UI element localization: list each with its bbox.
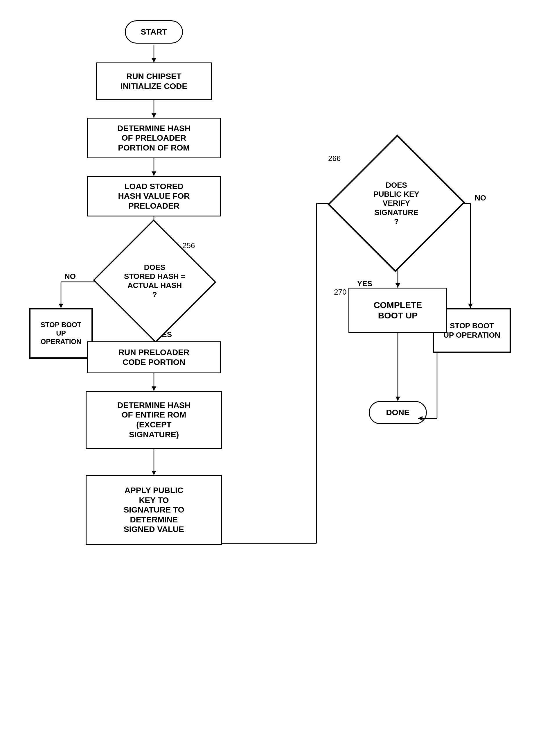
node-256: DOESSTORED HASH =ACTUAL HASH? bbox=[93, 219, 216, 342]
node-254: LOAD STOREDHASH VALUE FORPRELOADER bbox=[87, 176, 221, 216]
svg-marker-23 bbox=[396, 283, 400, 288]
svg-marker-26 bbox=[468, 304, 473, 308]
node-252: DETERMINE HASHOF PRELOADERPORTION OF ROM bbox=[87, 118, 221, 158]
done-node: DONE bbox=[369, 401, 427, 424]
svg-marker-16 bbox=[152, 471, 156, 475]
start-node: START bbox=[125, 20, 183, 43]
svg-marker-3 bbox=[152, 113, 156, 118]
node-262: DETERMINE HASHOF ENTIRE ROM(EXCEPTSIGNAT… bbox=[86, 391, 222, 449]
arrows-layer: YES NO YES NO bbox=[0, 0, 552, 756]
node-258: STOP BOOTUPOPERATION bbox=[29, 308, 93, 359]
ref-266: 266 bbox=[328, 154, 340, 163]
svg-text:YES: YES bbox=[357, 279, 372, 288]
svg-marker-10 bbox=[59, 304, 63, 308]
svg-marker-28 bbox=[396, 397, 400, 401]
flowchart-diagram: YES NO YES NO START 250 RUN CHIPSETINITI… bbox=[0, 0, 552, 756]
node-260: RUN PRELOADERCODE PORTION bbox=[87, 341, 221, 373]
svg-text:NO: NO bbox=[475, 194, 486, 202]
ref-256: 256 bbox=[182, 241, 195, 250]
svg-text:NO: NO bbox=[64, 272, 76, 281]
svg-marker-5 bbox=[152, 172, 156, 176]
svg-marker-14 bbox=[152, 387, 156, 391]
ref-270: 270 bbox=[334, 288, 347, 297]
node-266: DOESPUBLIC KEYVERIFYSIGNATURE? bbox=[327, 134, 465, 272]
node-270: COMPLETEBOOT UP bbox=[349, 288, 447, 333]
node-264: APPLY PUBLICKEY TOSIGNATURE TODETERMINES… bbox=[86, 475, 222, 545]
node-250: RUN CHIPSETINITIALIZE CODE bbox=[96, 63, 212, 100]
svg-marker-1 bbox=[152, 58, 156, 63]
